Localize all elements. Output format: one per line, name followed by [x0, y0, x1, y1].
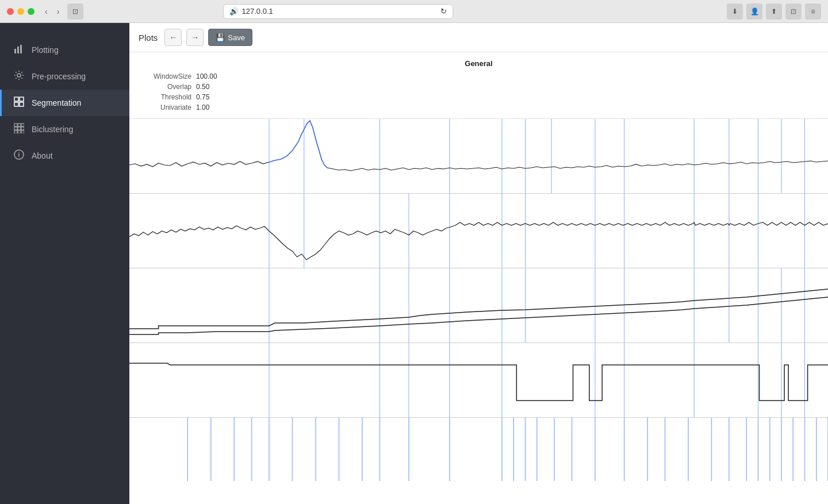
sidebar-item-label-preprocessing: Pre-processing	[32, 72, 86, 81]
sidebar-item-biclustering[interactable]: Biclustering	[0, 116, 129, 143]
svg-rect-2	[20, 45, 22, 53]
minimize-button[interactable]	[17, 8, 24, 15]
info-row-overlap: Overlap 0.50	[139, 83, 819, 91]
nav-buttons: ‹ ›	[41, 6, 63, 17]
sidebar-item-plotting[interactable]: Plotting	[0, 37, 129, 63]
audio-icon: 🔊	[229, 7, 239, 16]
svg-rect-12	[18, 127, 21, 130]
svg-rect-9	[18, 124, 21, 126]
sidebar-item-label-biclustering: Biclustering	[32, 125, 73, 134]
info-row-threshold: Threshold 0.75	[139, 93, 819, 101]
info-panel: General WindowSize 100.00 Overlap 0.50 T…	[129, 52, 828, 119]
fullscreen-icon[interactable]: ⊡	[785, 3, 802, 20]
biclustering-icon	[13, 123, 25, 136]
traffic-lights	[7, 8, 34, 15]
info-val-univariate: 1.00	[196, 103, 209, 111]
svg-rect-15	[18, 130, 21, 133]
chart-panel-4	[129, 343, 828, 418]
save-icon: 💾	[216, 33, 225, 42]
browser-actions: ⬇ 👤 ⬆ ⊡ ≡	[727, 3, 821, 20]
svg-rect-6	[14, 102, 18, 106]
svg-text:i: i	[18, 152, 20, 158]
close-button[interactable]	[7, 8, 14, 15]
info-row-univariate: Univariate 1.00	[139, 103, 819, 111]
info-key-windowsize: WindowSize	[139, 72, 196, 80]
svg-point-3	[17, 74, 21, 77]
info-row-windowsize: WindowSize 100.00	[139, 72, 819, 80]
sidebar-item-label-plotting: Plotting	[32, 45, 59, 55]
chart-panel-3	[129, 268, 828, 343]
info-val-threshold: 0.75	[196, 93, 209, 101]
svg-rect-4	[14, 97, 18, 101]
segmentation-icon	[13, 97, 25, 109]
sidebar-item-label-about: About	[32, 151, 53, 160]
about-icon: i	[13, 149, 25, 162]
info-key-univariate: Univariate	[139, 103, 196, 111]
svg-rect-1	[17, 47, 19, 53]
next-button[interactable]: →	[186, 29, 204, 46]
url-text: 127.0.0.1	[242, 7, 273, 16]
download-icon[interactable]: ⬇	[727, 3, 743, 20]
svg-rect-14	[14, 130, 17, 133]
sidebar-item-about[interactable]: i About	[0, 143, 129, 169]
sidebar-toggle-button[interactable]: ⊡	[67, 3, 83, 20]
main-content: Plots ← → 💾 Save General WindowSize 100.…	[129, 23, 828, 504]
sidebar-item-preprocessing[interactable]: Pre-processing	[0, 63, 129, 90]
svg-rect-7	[20, 102, 24, 106]
share-icon[interactable]: ⬆	[766, 3, 782, 20]
app-container: Plotting Pre-processing Segmentation	[0, 23, 828, 504]
save-button[interactable]: 💾 Save	[208, 29, 252, 46]
info-section-title: General	[139, 59, 819, 68]
svg-rect-0	[14, 49, 16, 53]
chart-panel-2	[129, 194, 828, 268]
address-bar[interactable]: 🔊 127.0.0.1 ↻	[223, 4, 453, 19]
charts-area	[129, 119, 828, 504]
info-table: WindowSize 100.00 Overlap 0.50 Threshold…	[139, 72, 819, 111]
maximize-button[interactable]	[28, 8, 34, 15]
profile-icon[interactable]: 👤	[746, 3, 762, 20]
svg-rect-5	[20, 97, 24, 101]
refresh-icon[interactable]: ↻	[440, 7, 447, 16]
forward-button[interactable]: ›	[53, 6, 63, 17]
chart-panel-1	[129, 119, 828, 194]
sidebar-item-label-segmentation: Segmentation	[32, 98, 81, 107]
save-label: Save	[228, 33, 245, 42]
svg-rect-10	[21, 124, 24, 126]
info-key-overlap: Overlap	[139, 83, 196, 91]
back-button[interactable]: ‹	[41, 6, 51, 17]
plotting-icon	[13, 44, 25, 56]
info-key-threshold: Threshold	[139, 93, 196, 101]
menu-icon[interactable]: ≡	[805, 3, 821, 20]
preprocessing-icon	[13, 70, 25, 83]
sidebar-header	[0, 23, 129, 37]
plots-title: Plots	[139, 33, 158, 43]
svg-rect-16	[21, 130, 24, 133]
sidebar-item-segmentation[interactable]: Segmentation	[0, 90, 129, 116]
svg-rect-13	[21, 127, 24, 130]
info-val-overlap: 0.50	[196, 83, 209, 91]
svg-rect-8	[14, 124, 17, 126]
toolbar: Plots ← → 💾 Save	[129, 23, 828, 52]
browser-chrome: ‹ › ⊡ 🔊 127.0.0.1 ↻ ⬇ 👤 ⬆ ⊡ ≡	[0, 0, 828, 23]
info-val-windowsize: 100.00	[196, 72, 217, 80]
svg-rect-11	[14, 127, 17, 130]
prev-button[interactable]: ←	[164, 29, 182, 46]
chart-panel-5	[129, 418, 828, 481]
sidebar: Plotting Pre-processing Segmentation	[0, 23, 129, 504]
